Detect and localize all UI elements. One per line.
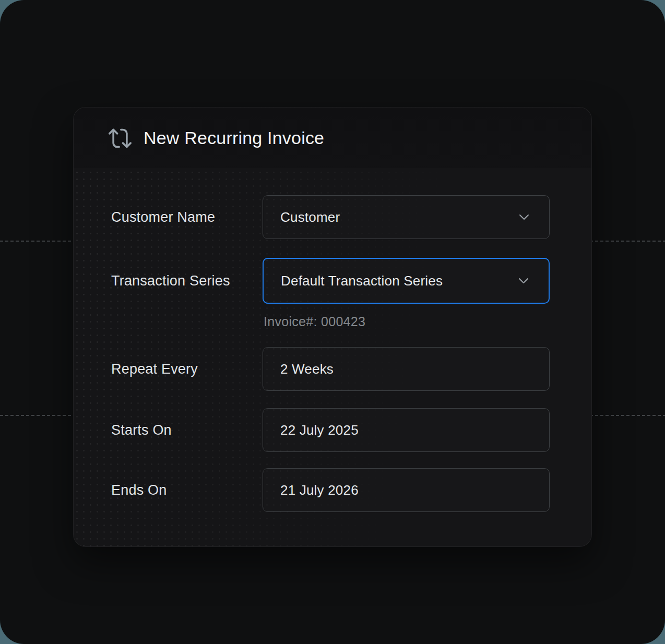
customer-name-row: Customer Name Customer — [111, 195, 550, 239]
modal-title: New Recurring Invoice — [144, 128, 324, 148]
ends-on-date-input[interactable]: 21 July 2026 — [263, 468, 550, 512]
repeat-every-input[interactable]: 2 Weeks — [263, 347, 550, 391]
transaction-series-select[interactable]: Default Transaction Series — [263, 258, 550, 304]
customer-name-label: Customer Name — [111, 209, 263, 225]
starts-on-row: Starts On 22 July 2025 — [111, 408, 550, 452]
invoice-number-helper-row: Invoice#: 000423 — [111, 314, 550, 329]
ends-on-label: Ends On — [111, 482, 263, 498]
modal-body: Customer Name Customer Transaction Serie… — [74, 169, 591, 512]
modal-header: New Recurring Invoice — [74, 108, 591, 169]
invoice-number-helper: Invoice#: 000423 — [263, 314, 365, 329]
helper-spacer — [111, 314, 263, 329]
transaction-series-value: Default Transaction Series — [281, 273, 443, 289]
chevron-down-icon — [518, 278, 529, 284]
chevron-down-icon — [519, 214, 529, 220]
transaction-series-row: Transaction Series Default Transaction S… — [111, 258, 550, 304]
screen-canvas: New Recurring Invoice Customer Name Cust… — [0, 0, 665, 644]
customer-name-select[interactable]: Customer — [263, 195, 550, 239]
starts-on-date-input[interactable]: 22 July 2025 — [263, 408, 550, 452]
ends-on-value: 21 July 2026 — [280, 482, 359, 498]
starts-on-value: 22 July 2025 — [280, 422, 359, 438]
recurring-invoice-form: Customer Name Customer Transaction Serie… — [111, 195, 550, 512]
repeat-every-label: Repeat Every — [111, 361, 263, 377]
repeat-icon — [108, 127, 132, 150]
repeat-every-row: Repeat Every 2 Weeks — [111, 347, 550, 391]
customer-name-value: Customer — [280, 209, 340, 225]
transaction-series-label: Transaction Series — [111, 273, 263, 289]
repeat-every-value: 2 Weeks — [280, 361, 334, 377]
starts-on-label: Starts On — [111, 422, 263, 438]
new-recurring-invoice-modal: New Recurring Invoice Customer Name Cust… — [73, 107, 592, 547]
ends-on-row: Ends On 21 July 2026 — [111, 468, 550, 512]
